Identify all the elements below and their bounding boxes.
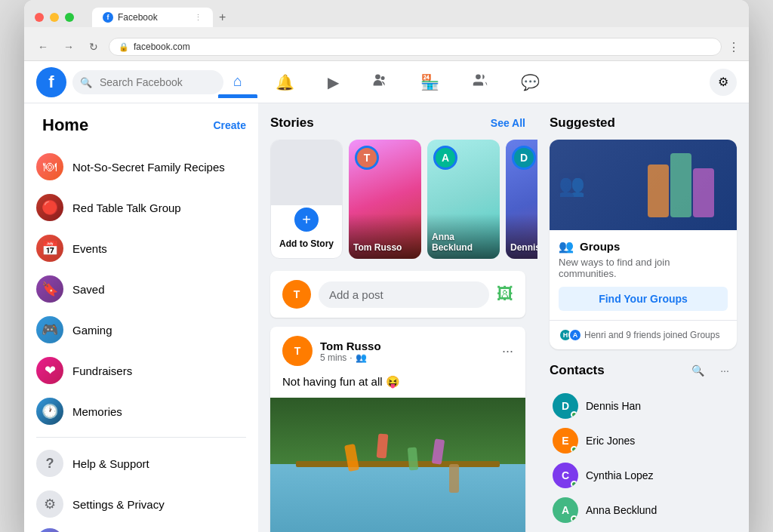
see-all-stories-button[interactable]: See All [491,117,525,129]
figure-2 [377,434,389,459]
story-card-dennis[interactable]: D Dennis Han [506,140,537,259]
sidebar-label-gaming: Gaming [72,324,112,337]
sidebar-item-gaming[interactable]: 🎮 Gaming [30,310,252,349]
post-time: 5 mins [320,352,346,363]
sidebar-icon-redtable: 🔴 [36,194,63,221]
sidebar-create-button[interactable]: Create [213,119,246,131]
forward-button[interactable]: → [59,38,79,56]
contacts-actions: 🔍 ··· [685,358,737,383]
sidebar-icon-more: 👥 [36,528,63,532]
contacts-more-button[interactable]: ··· [713,358,737,383]
contact-item-dennis[interactable]: D Dennis Han [550,389,737,423]
tab-bar: f Facebook ⋮ + [92,8,738,27]
sidebar-item-events[interactable]: 📅 Events [30,229,252,268]
post-image [270,398,525,532]
story-card-anna[interactable]: A Anna Becklund [427,140,500,259]
add-photo-button[interactable]: 🖼 [497,284,513,304]
minimize-button[interactable] [50,13,59,22]
svg-point-0 [375,75,380,80]
contacts-title: Contacts [550,363,605,378]
left-sidebar: Home Create 🍽 Not-So-Secret Family Recip… [24,103,258,532]
contact-item-eric[interactable]: E Eric Jones [550,423,737,458]
nav-messenger-button[interactable]: 💬 [506,67,555,97]
tab-close-button[interactable]: ⋮ [194,13,202,23]
refresh-button[interactable]: ↻ [85,38,103,56]
sidebar-label-help: Help & Support [72,457,149,470]
friend-avatars: H A [559,328,578,342]
groups-card-content: 👥 Groups New ways to find and join commu… [550,230,737,320]
sidebar-icon-saved: 🔖 [36,275,63,303]
active-tab[interactable]: f Facebook ⋮ [92,8,213,27]
settings-button[interactable]: ⚙ [710,69,737,96]
address-bar[interactable]: 🔒 facebook.com [109,38,722,56]
sidebar-item-help[interactable]: ? Help & Support [30,444,252,483]
post-username[interactable]: Tom Russo [320,340,494,352]
groups-icon: 👥 [559,239,574,254]
svg-point-2 [476,75,481,80]
browser-controls: f Facebook ⋮ + [35,8,738,27]
story-avatar-tom: T [355,146,379,170]
search-icon: 🔍 [80,76,92,88]
new-tab-button[interactable]: + [216,11,229,24]
online-indicator-eric [571,446,577,453]
figure-5 [449,464,459,493]
scene-dock [296,461,500,467]
story-avatar-anna: A [433,146,457,170]
nav-groups-profile-button[interactable] [357,66,402,97]
post-meta: 5 mins · 👥 [320,352,494,363]
contact-avatar-eric: E [553,428,578,454]
sidebar-header: Home Create [30,109,252,147]
sidebar-icon-help: ? [36,450,63,477]
nav-notifications-button[interactable]: 🔔 [260,67,310,97]
sidebar-item-saved[interactable]: 🔖 Saved [30,269,252,309]
sidebar-item-more[interactable]: 👥 See More ▾ [30,525,252,532]
sidebar-item-recipes[interactable]: 🍽 Not-So-Secret Family Recipes [30,147,252,186]
contact-name-eric: Eric Jones [586,435,635,447]
contact-item-aiden[interactable]: A Aiden Brown [550,527,737,532]
stories-header: Stories See All [270,115,525,131]
close-button[interactable] [35,13,44,22]
contact-name-anna: Anna Becklund [586,504,657,516]
browser-more-button[interactable]: ⋮ [728,40,740,54]
browser-titlebar: f Facebook ⋮ + [24,0,749,27]
find-groups-button[interactable]: Find Your Groups [559,287,728,311]
sidebar-label-events: Events [72,242,107,255]
facebook-app: f 🔍 ⌂ 🔔 ▶ 🏪 💬 [24,61,749,532]
sidebar-icon-recipes: 🍽 [36,153,63,180]
center-feed: Stories See All + Add to Story T [258,103,537,532]
browser-toolbar: ← → ↻ 🔒 facebook.com ⋮ [24,33,749,61]
sidebar-divider [36,437,246,438]
lock-icon: 🔒 [119,42,129,52]
nav-home-button[interactable]: ⌂ [218,66,257,98]
sidebar-item-settings[interactable]: ⚙ Settings & Privacy [30,484,252,524]
nav-groups-button[interactable] [457,66,503,97]
sidebar-item-redtable[interactable]: 🔴 Red Table Talk Group [30,188,252,227]
contact-item-anna[interactable]: A Anna Becklund [550,493,737,527]
figure-3 [407,447,418,471]
nav-marketplace-button[interactable]: 🏪 [405,67,454,97]
sidebar-icon-events: 📅 [36,235,63,262]
sidebar-icon-gaming: 🎮 [36,316,63,343]
topnav: f 🔍 ⌂ 🔔 ▶ 🏪 💬 [24,61,749,103]
maximize-button[interactable] [65,13,74,22]
post-separator: · [350,352,352,363]
online-indicator-anna [571,515,577,522]
post-more-button[interactable]: ··· [502,343,513,359]
post-box-avatar: T [282,280,311,309]
add-story-label: Add to Story [279,238,334,249]
nav-watch-button[interactable]: ▶ [313,67,354,97]
online-indicator-cynthia [571,481,577,487]
sidebar-item-fundraisers[interactable]: ❤ Fundraisers [30,351,252,390]
story-card-tom[interactable]: T Tom Russo [349,140,421,259]
sidebar-label-recipes: Not-So-Secret Family Recipes [72,161,225,174]
back-button[interactable]: ← [33,38,53,56]
contacts-search-button[interactable]: 🔍 [685,358,710,383]
post-input[interactable]: Add a post [319,281,489,308]
contact-item-cynthia[interactable]: C Cynthia Lopez [550,458,737,493]
search-input[interactable] [72,70,223,94]
groups-card-header: 👥 Groups [559,239,728,254]
story-name-dennis: Dennis Han [510,242,537,253]
add-story-card[interactable]: + Add to Story [270,140,343,259]
sidebar-item-memories[interactable]: 🕐 Memories [30,392,252,431]
fb-logo: f [36,67,66,97]
